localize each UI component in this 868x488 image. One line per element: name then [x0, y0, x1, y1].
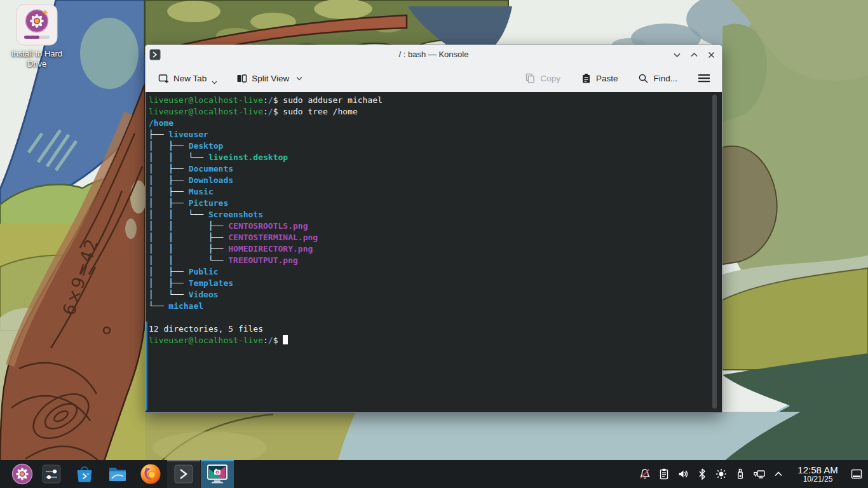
terminal-output: liveuser@localhost-live:/$ sudo adduser …	[149, 95, 383, 346]
digital-clock[interactable]: 12:58 AM 10/21/25	[788, 465, 848, 483]
spectacle-task-icon	[206, 463, 229, 485]
maximize-button[interactable]	[688, 49, 700, 60]
dolphin-folder-icon	[107, 464, 128, 484]
terminal-line: │ └── Videos	[149, 289, 383, 301]
terminal-view[interactable]: liveuser@localhost-live:/$ sudo adduser …	[146, 92, 722, 412]
system-settings-button[interactable]	[35, 460, 68, 488]
firefox-button[interactable]	[134, 460, 167, 488]
terminal-line: │ ├── Documents	[149, 163, 383, 175]
terminal-line: └── michael	[149, 301, 383, 312]
find-button[interactable]: Find...	[633, 69, 682, 88]
application-launcher-button[interactable]	[6, 460, 39, 488]
brightness-icon[interactable]	[712, 460, 731, 488]
new-tab-menu-chevron	[212, 81, 217, 85]
konsole-task-icon	[173, 464, 194, 484]
split-view-menu-chevron	[296, 76, 302, 81]
shortcut-label: Install to Hard Drive	[4, 49, 70, 69]
clock-date: 10/21/25	[790, 475, 845, 484]
terminal-line: │ │ └── liveinst.desktop	[149, 152, 383, 163]
expand-tray-chevron-icon[interactable]	[769, 460, 788, 488]
terminal-line: │ ├── Music	[149, 186, 383, 198]
install-to-hard-drive-shortcut[interactable]: Install to Hard Drive	[4, 4, 70, 69]
minimize-button[interactable]	[671, 49, 682, 60]
split-view-icon	[236, 73, 247, 84]
terminal-scrollbar[interactable]	[712, 95, 717, 409]
terminal-line: /home	[149, 118, 383, 129]
bluetooth-icon[interactable]	[693, 460, 712, 488]
close-button[interactable]	[705, 49, 717, 60]
spectacle-task-button[interactable]	[201, 460, 234, 488]
taskbar: 12:58 AM 10/21/25	[0, 460, 868, 488]
terminal-line: │ ├── Templates	[149, 278, 383, 289]
hamburger-icon	[698, 73, 710, 83]
firefox-icon	[140, 463, 161, 485]
installer-icon	[16, 4, 58, 46]
new-tab-button[interactable]: New Tab	[153, 69, 222, 88]
terminal-line: │ │ ├── CENTOSROOTLS.png	[149, 220, 383, 232]
toolbar: New Tab Split View Copy	[146, 64, 722, 92]
terminal-line: liveuser@localhost-live:/$	[149, 335, 383, 346]
system-settings-icon	[41, 464, 62, 484]
terminal-line: 12 directories, 5 files	[149, 323, 383, 335]
new-tab-icon	[158, 73, 169, 84]
terminal-line: │ │ ├── HOMEDIRECTORY.png	[149, 243, 383, 255]
terminal-line: │ │ └── Screenshots	[149, 209, 383, 220]
copy-button[interactable]: Copy	[520, 69, 566, 88]
network-icon[interactable]	[750, 460, 769, 488]
split-view-button[interactable]: Split View	[231, 69, 308, 88]
removable-device-icon[interactable]	[731, 460, 750, 488]
new-output-indicator	[146, 322, 147, 410]
konsole-task-button[interactable]	[167, 460, 200, 488]
copy-icon	[525, 73, 536, 84]
terminal-line: │ ├── Desktop	[149, 140, 383, 152]
discover-icon	[74, 464, 95, 484]
clock-time: 12:58 AM	[790, 465, 845, 475]
volume-icon[interactable]	[674, 460, 693, 488]
terminal-line: ├── liveuser	[149, 129, 383, 140]
terminal-line: │ │ └── TREEOUTPUT.png	[149, 255, 383, 266]
terminal-cursor	[283, 335, 288, 344]
clipboard-icon[interactable]	[654, 460, 674, 488]
dolphin-button[interactable]	[101, 460, 134, 488]
notifications-dnd-icon[interactable]	[635, 460, 654, 488]
paste-icon	[581, 73, 592, 84]
paste-button[interactable]: Paste	[576, 69, 623, 88]
terminal-line: │ │ ├── CENTOSTERMINAL.png	[149, 232, 383, 243]
discover-button[interactable]	[68, 460, 101, 488]
terminal-line: │ ├── Downloads	[149, 175, 383, 186]
titlebar[interactable]: / : bash — Konsole	[146, 45, 722, 64]
launcher-flower-icon	[11, 463, 33, 485]
terminal-line: liveuser@localhost-live:/$ sudo adduser …	[149, 95, 383, 106]
window-title: / : bash — Konsole	[146, 45, 722, 64]
terminal-line	[149, 312, 383, 323]
terminal-line: │ ├── Public	[149, 266, 383, 278]
show-desktop-icon	[851, 469, 862, 479]
konsole-window: / : bash — Konsole New Tab	[145, 44, 722, 413]
find-icon	[638, 73, 649, 84]
terminal-line: │ ├── Pictures	[149, 198, 383, 209]
hamburger-menu-button[interactable]	[693, 69, 715, 87]
show-desktop-button[interactable]	[848, 460, 865, 488]
terminal-line: liveuser@localhost-live:/$ sudo tree /ho…	[149, 106, 383, 118]
